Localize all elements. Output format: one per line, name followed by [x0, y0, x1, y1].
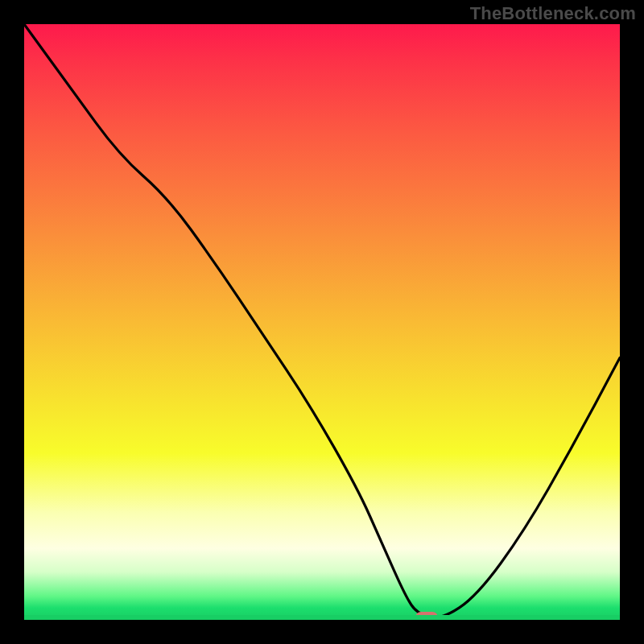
- chart-frame: TheBottleneck.com: [0, 0, 644, 644]
- optimal-marker: [415, 612, 438, 620]
- watermark-text: TheBottleneck.com: [470, 3, 636, 24]
- bottleneck-curve: [24, 24, 620, 620]
- plot-area: [24, 24, 620, 620]
